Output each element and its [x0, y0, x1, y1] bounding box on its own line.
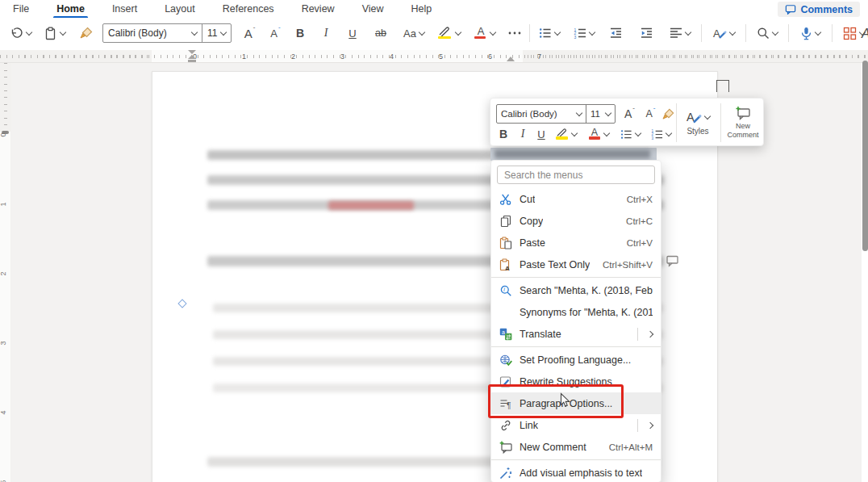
hanging-indent-marker[interactable]: [188, 55, 196, 59]
ruler-number: 1: [0, 202, 7, 206]
left-indent-marker[interactable]: [188, 60, 196, 62]
mini-font-size-select[interactable]: 11: [586, 105, 615, 123]
context-menu-items: CutCtrl+XCopyCtrl+CPasteCtrl+VAPaste Tex…: [491, 188, 661, 482]
indent-markers[interactable]: [188, 50, 198, 62]
menu-tab-review[interactable]: Review: [300, 2, 336, 16]
mini-grow-font-button[interactable]: Aˆ: [620, 105, 639, 123]
new-comment-icon: [735, 106, 751, 120]
caret-down-icon: ˇ: [653, 107, 656, 114]
paste-icon: [499, 237, 512, 249]
find-button[interactable]: [751, 22, 783, 44]
mini-font-controls: Calibri (Body) 11: [496, 104, 616, 124]
editor-button[interactable]: A: [857, 22, 868, 44]
context-menu: CutCtrl+XCopyCtrl+CPasteCtrl+VAPaste Tex…: [490, 160, 661, 482]
menu-search-input[interactable]: [497, 166, 655, 184]
mini-italic-button[interactable]: I: [515, 125, 531, 143]
mini-underline-button[interactable]: U: [533, 125, 549, 143]
menu-item-label: Cut: [520, 194, 535, 205]
font-name-select[interactable]: Calibri (Body): [103, 24, 202, 42]
font-color-icon: A: [474, 25, 487, 41]
shrink-font-button[interactable]: Aˇ: [264, 22, 286, 44]
menu-item-synonyms[interactable]: Synonyms for "Mehta, K. (2018,...: [491, 301, 661, 323]
scissors-icon: [499, 193, 512, 206]
bullets-button[interactable]: [534, 22, 565, 44]
menu-tab-home[interactable]: Home: [55, 2, 86, 16]
mini-new-comment-button[interactable]: New Comment: [723, 102, 763, 144]
text-selection-highlight: [490, 148, 657, 161]
mini-font-name-select[interactable]: Calibri (Body): [497, 105, 586, 123]
menu-tab-file[interactable]: File: [11, 2, 31, 16]
format-painter-button[interactable]: [76, 22, 97, 44]
underline-button[interactable]: U: [342, 22, 363, 44]
strikethrough-button[interactable]: ab: [369, 22, 392, 44]
menu-tab-references[interactable]: References: [221, 2, 276, 16]
submenu-arrow-icon: [637, 419, 653, 432]
mini-font-color-button[interactable]: A: [586, 125, 611, 143]
align-icon: [670, 27, 682, 39]
right-indent-marker[interactable]: [507, 57, 515, 61]
menu-item-new-comment[interactable]: New CommentCtrl+Alt+M: [491, 436, 661, 458]
more-font-options-button[interactable]: [503, 22, 526, 44]
margin-comment-icon[interactable]: [666, 255, 679, 267]
menu-tab-help[interactable]: Help: [410, 2, 434, 16]
comments-button[interactable]: Comments: [778, 2, 860, 17]
mini-format-painter-button[interactable]: [660, 105, 678, 123]
menu-item-add-visual-emphasis[interactable]: Add visual emphasis to text: [491, 462, 661, 482]
change-case-button[interactable]: Aa: [399, 22, 429, 44]
increase-indent-button[interactable]: [635, 22, 657, 44]
menu-item-set-proofing-language[interactable]: Set Proofing Language...: [491, 349, 661, 371]
mini-numbering-button[interactable]: 123: [647, 125, 674, 143]
text-highlight-button[interactable]: [434, 22, 465, 44]
undo-button[interactable]: [5, 22, 35, 44]
wand-icon: [499, 467, 512, 480]
paragraph-icon: ¶: [499, 397, 512, 410]
menu-item-label: Paste: [520, 237, 545, 249]
menu-tab-layout[interactable]: Layout: [163, 2, 197, 16]
paste-text-icon: A: [499, 258, 512, 271]
menu-item-rewrite-suggestions[interactable]: Rewrite Suggestions: [491, 371, 661, 392]
mini-text-highlight-button[interactable]: [553, 125, 579, 143]
ruler-horizontal[interactable]: 01234567: [0, 50, 868, 63]
font-color-button[interactable]: A: [469, 22, 500, 44]
vertical-scrollbar-thumb[interactable]: [862, 61, 868, 251]
ruler-vertical[interactable]: 012345: [0, 63, 11, 482]
mini-font-name-value: Calibri (Body): [501, 109, 557, 119]
paste-button[interactable]: [39, 22, 71, 44]
mini-new-comment-label: New Comment: [723, 122, 763, 140]
first-line-indent-marker[interactable]: [188, 50, 196, 54]
italic-button[interactable]: I: [316, 22, 336, 44]
bold-button[interactable]: B: [290, 22, 311, 44]
align-button[interactable]: [665, 22, 695, 44]
dictate-button[interactable]: [794, 22, 826, 44]
ruler-number: 1: [242, 52, 246, 61]
numbering-button[interactable]: 123: [569, 22, 599, 44]
menu-item-paste[interactable]: PasteCtrl+V: [491, 232, 661, 254]
mini-italic-label: I: [521, 128, 525, 140]
menu-item-paste-text-only[interactable]: APaste Text OnlyCtrl+Shift+V: [491, 254, 661, 275]
ellipsis-icon: [508, 31, 521, 35]
mini-shrink-font-button[interactable]: Aˇ: [641, 105, 660, 123]
menu-item-translate[interactable]: aTranslate: [491, 323, 661, 345]
mini-bullets-button[interactable]: [616, 125, 644, 143]
menu-tab-view[interactable]: View: [361, 2, 386, 16]
mini-styles-label: Styles: [686, 127, 708, 136]
menu-item-cut[interactable]: CutCtrl+X: [491, 188, 661, 210]
bullet-list-icon: [620, 128, 632, 140]
menu-item-copy[interactable]: CopyCtrl+C: [491, 210, 661, 232]
svg-text:i: i: [503, 287, 505, 292]
decrease-indent-button[interactable]: [604, 22, 627, 44]
mini-toolbar-divider: [720, 103, 721, 142]
menu-item-search-selection[interactable]: iSearch "Mehta, K. (2018, Feb...": [491, 279, 661, 301]
mini-styles-button[interactable]: A Styles: [678, 103, 718, 142]
clipboard-icon: [44, 27, 57, 40]
mini-bold-button[interactable]: B: [495, 125, 511, 143]
proofing-icon: [499, 354, 512, 367]
comment-bubble-icon: [785, 4, 796, 15]
styles-button[interactable]: A: [707, 22, 741, 44]
menu-item-link[interactable]: Link: [491, 414, 661, 436]
grow-font-button[interactable]: Aˆ: [238, 22, 261, 44]
menu-item-label: New Comment: [520, 442, 586, 453]
menu-item-paragraph-options[interactable]: ¶Paragraph Options...: [491, 392, 661, 414]
menu-tab-insert[interactable]: Insert: [111, 2, 139, 16]
font-size-select[interactable]: 11: [202, 24, 231, 42]
